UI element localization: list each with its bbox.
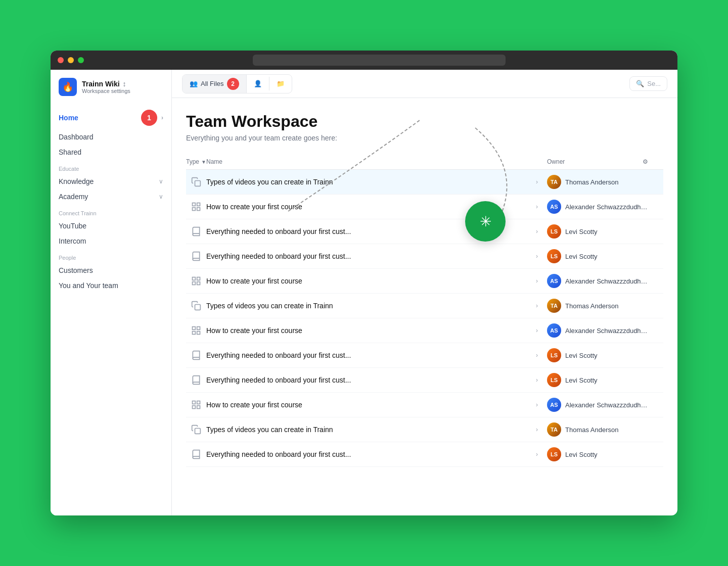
table-row[interactable]: How to create your first course › AS Ale… xyxy=(186,318,663,343)
type-filter-icon[interactable]: ▼ xyxy=(201,159,206,165)
svg-rect-16 xyxy=(193,406,196,409)
svg-rect-1 xyxy=(193,203,196,206)
avatar: TA xyxy=(547,175,561,189)
customers-label: Customers xyxy=(59,266,93,274)
owner-cell: TA Thomas Anderson xyxy=(547,299,648,313)
row-chevron[interactable]: › xyxy=(527,426,547,433)
logo-icon: 🔥 xyxy=(59,78,77,96)
avatar: AS xyxy=(547,398,561,412)
row-name: How to create your first course xyxy=(206,401,527,409)
owner-name: Levi Scotty xyxy=(565,376,598,384)
svg-rect-15 xyxy=(197,401,200,404)
sidebar-item-customers[interactable]: Customers xyxy=(51,263,171,278)
svg-rect-0 xyxy=(195,181,201,186)
sidebar-item-dashboard[interactable]: Dashboard xyxy=(51,129,171,145)
table-row[interactable]: Types of videos you can create in Trainn… xyxy=(186,170,663,195)
owner-name: Levi Scotty xyxy=(565,352,598,359)
all-files-label: All Files xyxy=(201,80,224,87)
table-row[interactable]: Types of videos you can create in Trainn… xyxy=(186,294,663,318)
table-row[interactable]: Everything needed to onboard your first … xyxy=(186,343,663,368)
minimize-dot[interactable] xyxy=(68,57,74,63)
sidebar-item-knowledge[interactable]: Knowledge ∨ xyxy=(51,174,171,189)
owner-name: Levi Scotty xyxy=(565,451,598,458)
filter-tabs: 👥 All Files 2 👤 📁 xyxy=(182,74,292,93)
owner-name: Alexander Schwazzzdudhr... xyxy=(565,401,648,409)
table-row[interactable]: Everything needed to onboard your first … xyxy=(186,442,663,467)
sidebar-item-academy[interactable]: Academy ∨ xyxy=(51,189,171,204)
table-row[interactable]: Everything needed to onboard your first … xyxy=(186,368,663,393)
type-icon xyxy=(186,251,206,261)
shared-label: Shared xyxy=(59,148,81,156)
sidebar-item-home[interactable]: Home 1 › xyxy=(51,106,171,129)
table-row[interactable]: How to create your first course › AS Ale… xyxy=(186,269,663,294)
logo-name: Trainn Wiki xyxy=(82,80,120,88)
avatar: LS xyxy=(547,224,561,239)
svg-rect-3 xyxy=(193,208,196,211)
table-row[interactable]: Everything needed to onboard your first … xyxy=(186,219,663,244)
maximize-dot[interactable] xyxy=(78,57,84,63)
row-chevron[interactable]: › xyxy=(527,203,547,210)
table-row[interactable]: Everything needed to onboard your first … xyxy=(186,244,663,269)
row-name: Everything needed to onboard your first … xyxy=(206,450,527,458)
sort-icon[interactable]: ↕ xyxy=(123,80,126,88)
avatar: TA xyxy=(547,299,561,313)
avatar: AS xyxy=(547,200,561,214)
owner-cell: LS Levi Scotty xyxy=(547,373,648,387)
filter-tab-all-files[interactable]: 👥 All Files 2 xyxy=(183,75,247,93)
owner-cell: AS Alexander Schwazzzdudhr... xyxy=(547,200,648,214)
type-icon xyxy=(186,449,206,459)
knowledge-chevron: ∨ xyxy=(159,178,163,185)
svg-rect-4 xyxy=(197,208,200,211)
avatar: LS xyxy=(547,249,561,263)
owner-filter-icon[interactable]: ⚙ xyxy=(643,158,648,165)
filter-tab-folder[interactable]: 📁 xyxy=(269,77,292,90)
academy-label: Academy xyxy=(59,193,88,201)
row-chevron[interactable]: › xyxy=(527,376,547,384)
row-chevron[interactable]: › xyxy=(527,451,547,458)
svg-rect-17 xyxy=(197,406,200,409)
row-chevron[interactable]: › xyxy=(527,352,547,359)
row-chevron[interactable]: › xyxy=(527,253,547,260)
sidebar-item-intercom[interactable]: Intercom xyxy=(51,233,171,249)
type-icon xyxy=(186,177,206,187)
owner-cell: TA Thomas Anderson xyxy=(547,422,648,437)
row-chevron[interactable]: › xyxy=(527,178,547,185)
academy-chevron: ∨ xyxy=(159,193,163,200)
home-chevron: › xyxy=(161,114,163,121)
table-row[interactable]: How to create your first course › AS Ale… xyxy=(186,393,663,417)
row-chevron[interactable]: › xyxy=(527,327,547,334)
page-title: Team Workspace xyxy=(186,112,663,131)
url-bar[interactable] xyxy=(253,55,506,66)
owner-cell: AS Alexander Schwazzzdudhr... xyxy=(547,274,648,288)
row-chevron[interactable]: › xyxy=(527,302,547,309)
table-row[interactable]: Types of videos you can create in Trainn… xyxy=(186,417,663,442)
svg-rect-14 xyxy=(193,401,196,404)
sidebar-item-your-team[interactable]: You and Your team xyxy=(51,278,171,293)
connect-section-label: Connect Trainn xyxy=(51,204,171,218)
owner-name: Thomas Anderson xyxy=(565,302,619,310)
filter-tab-user[interactable]: 👤 xyxy=(247,77,269,90)
sidebar-item-shared[interactable]: Shared xyxy=(51,145,171,160)
sidebar-logo: 🔥 Trainn Wiki ↕ Workspace settings xyxy=(51,78,171,106)
table-row[interactable]: How to create your first course › AS Ale… xyxy=(186,195,663,219)
owner-cell: LS Levi Scotty xyxy=(547,224,648,239)
cursor-icon: ✳ xyxy=(480,213,491,230)
content-area: Team Workspace Everything you and your t… xyxy=(172,98,677,515)
svg-rect-6 xyxy=(197,277,200,280)
owner-name: Thomas Anderson xyxy=(565,426,619,434)
sidebar-item-youtube[interactable]: YouTube xyxy=(51,218,171,233)
youtube-label: YouTube xyxy=(59,222,86,230)
type-icon xyxy=(186,400,206,410)
search-box[interactable]: 🔍 Se... xyxy=(629,76,667,91)
topbar-right: 🔍 Se... xyxy=(629,76,667,91)
row-chevron[interactable]: › xyxy=(527,401,547,408)
row-chevron[interactable]: › xyxy=(527,277,547,285)
close-dot[interactable] xyxy=(58,57,64,63)
svg-rect-5 xyxy=(193,277,196,280)
owner-name: Alexander Schwazzzdudhr... xyxy=(565,277,648,285)
avatar: AS xyxy=(547,323,561,338)
row-chevron[interactable]: › xyxy=(527,228,547,235)
owner-cell: LS Levi Scotty xyxy=(547,249,648,263)
svg-rect-2 xyxy=(197,203,200,206)
page-subtitle: Everything you and your team create goes… xyxy=(186,134,663,142)
